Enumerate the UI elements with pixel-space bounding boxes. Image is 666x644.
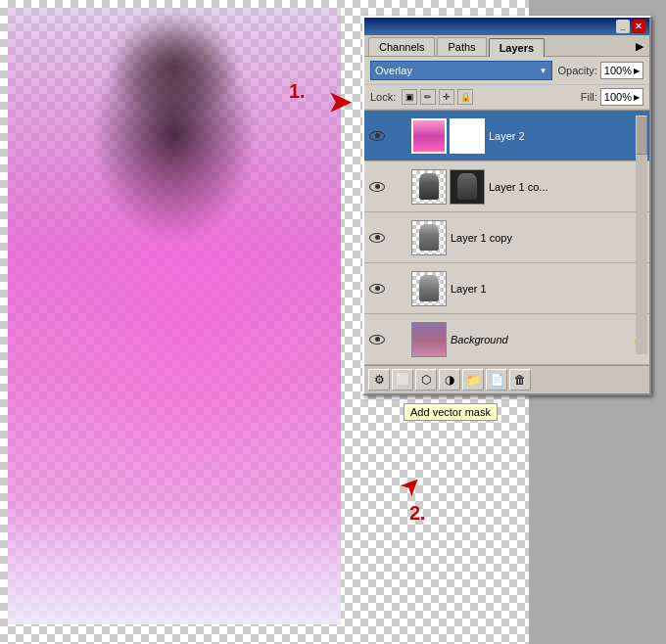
eye-icon-layer1 — [369, 284, 385, 294]
opacity-container: Opacity: 100% ▶ — [558, 62, 644, 79]
layer1co-mask-thumbnail — [450, 169, 485, 205]
layer1copy-thumbnail — [411, 220, 447, 255]
fill-container: Fill: 100% ▶ — [581, 88, 643, 106]
layer-row-background[interactable]: Background 🔒 — [364, 314, 649, 365]
lock-paint-btn[interactable]: ✏ — [420, 89, 436, 105]
layer1copy-thumb-content — [419, 224, 439, 251]
opacity-input[interactable]: 100% ▶ — [600, 62, 643, 79]
main-canvas: 1. ➤ _ ✕ Channels Paths Layers ▶ Overlay… — [0, 0, 666, 644]
layer2-thumbnail — [411, 118, 447, 154]
lock-all-btn[interactable]: 🔒 — [457, 89, 473, 105]
layer1-thumb-content — [419, 275, 439, 301]
layer1-thumbs — [411, 271, 447, 306]
fill-label: Fill: — [581, 91, 597, 103]
opacity-label: Opacity: — [558, 65, 597, 76]
layer-style-button[interactable]: ⚙ — [368, 369, 390, 391]
annotation-1-arrow: ➤ — [328, 86, 351, 118]
background-thumbnail — [411, 322, 447, 357]
layer1co-mask-content — [457, 173, 477, 200]
lock-transparency-btn[interactable]: ▣ — [402, 89, 417, 105]
lock-position-btn[interactable]: ✛ — [439, 89, 454, 105]
layer1co-thumbs — [411, 169, 485, 205]
add-vector-mask-button[interactable]: ⬡ — [415, 369, 437, 391]
layer1copy-visibility[interactable] — [368, 229, 386, 247]
add-layer-mask-button[interactable]: ⬜ — [392, 369, 413, 391]
layer2-mask-thumbnail — [450, 118, 485, 154]
layer1-name: Layer 1 — [451, 283, 645, 295]
blend-mode-value: Overlay — [375, 65, 412, 76]
fill-arrow: ▶ — [634, 93, 640, 102]
layer1copy-name: Layer 1 copy — [451, 232, 645, 244]
layer1co-thumbnail — [411, 169, 447, 205]
close-button[interactable]: ✕ — [632, 20, 645, 33]
minimize-button[interactable]: _ — [616, 20, 630, 33]
blend-mode-arrow: ▼ — [540, 67, 547, 75]
background-visibility[interactable] — [368, 331, 386, 348]
layer1copy-thumbs — [411, 220, 447, 255]
eye-icon-layer1copy — [369, 233, 385, 243]
panel-titlebar: _ ✕ — [364, 18, 649, 35]
annotation-2-label: 2. — [409, 502, 426, 525]
opacity-value-text: 100% — [604, 65, 632, 76]
tab-menu-arrow[interactable]: ▶ — [630, 37, 649, 56]
layer2-visibility[interactable] — [368, 127, 386, 145]
layer-row-layer1co[interactable]: Layer 1 co... — [364, 161, 649, 212]
lock-label: Lock: — [370, 91, 396, 103]
background-thumb-content — [412, 323, 446, 356]
fill-value-text: 100% — [604, 91, 632, 103]
opacity-arrow: ▶ — [634, 67, 640, 75]
fill-input[interactable]: 100% ▶ — [600, 88, 643, 106]
blend-mode-select[interactable]: Overlay ▼ — [370, 61, 552, 80]
eye-icon-layer2 — [369, 131, 385, 141]
panel-tabs: Channels Paths Layers ▶ — [364, 35, 649, 57]
layer2-thumb-content — [413, 120, 445, 152]
layer1-thumbnail — [411, 271, 447, 306]
lock-row: Lock: ▣ ✏ ✛ 🔒 Fill: 100% ▶ — [364, 85, 649, 110]
layer1co-visibility[interactable] — [368, 178, 386, 196]
background-name: Background — [451, 334, 628, 345]
background-thumbs — [411, 322, 447, 357]
layer1co-thumb-content — [419, 173, 439, 200]
annotation-1-label: 1. — [289, 80, 306, 103]
layers-panel: _ ✕ Channels Paths Layers ▶ Overlay ▼ Op… — [362, 16, 651, 395]
panel-toolbar: ⚙ ⬜ ⬡ ◑ 📁 📄 🗑 Add vector mask — [364, 365, 649, 393]
layer1co-name: Layer 1 co... — [489, 181, 645, 193]
eye-icon-background — [369, 335, 385, 345]
layer-row-layer1copy[interactable]: Layer 1 copy — [364, 212, 649, 263]
layers-list: Layer 2 Layer 1 co... — [364, 110, 649, 365]
tab-channels[interactable]: Channels — [368, 37, 435, 56]
delete-layer-button[interactable]: 🗑 — [509, 369, 531, 391]
layer1-visibility[interactable] — [368, 280, 386, 298]
new-group-button[interactable]: 📁 — [462, 369, 484, 391]
lock-icons: ▣ ✏ ✛ 🔒 — [402, 89, 473, 105]
tab-layers[interactable]: Layers — [489, 38, 545, 57]
toolbar-tooltip: Add vector mask — [404, 403, 498, 421]
new-layer-button[interactable]: 📄 — [486, 369, 507, 391]
new-adjustment-layer-button[interactable]: ◑ — [439, 369, 460, 391]
scrollbar-thumb[interactable] — [636, 115, 647, 155]
layer2-name: Layer 2 — [489, 130, 645, 142]
layer-row-layer2[interactable]: Layer 2 — [364, 111, 649, 161]
layer-row-layer1[interactable]: Layer 1 — [364, 263, 649, 314]
tab-paths[interactable]: Paths — [437, 37, 486, 56]
pink-glow — [67, 106, 311, 497]
eye-icon-layer1co — [369, 182, 385, 192]
layers-scrollbar[interactable] — [636, 115, 647, 354]
layer2-thumbs — [411, 118, 485, 154]
titlebar-controls: _ ✕ — [616, 20, 645, 33]
blend-mode-row: Overlay ▼ Opacity: 100% ▶ — [364, 57, 649, 85]
